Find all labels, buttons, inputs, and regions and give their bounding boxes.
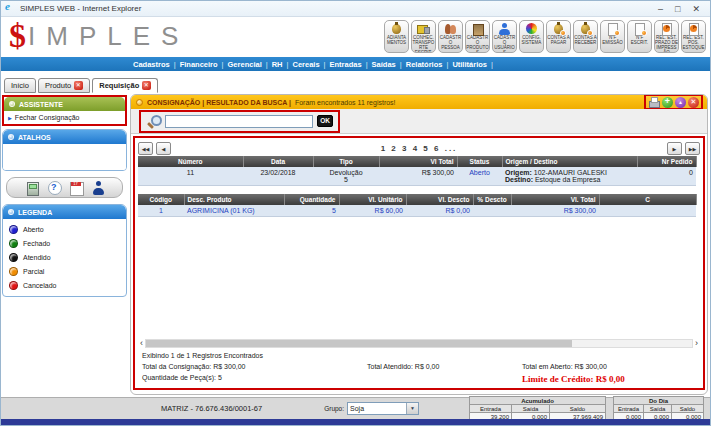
menu-rh[interactable]: RH xyxy=(272,60,293,69)
toolbar-button-adiantamentos[interactable]: ADIANTA MENTOS xyxy=(384,20,409,53)
acumulado-table: Acumulado Entrada Saída Saldo 39,200 0,0… xyxy=(469,396,606,421)
toolbar-button-nf-emissao[interactable]: N F EMISSÃO xyxy=(600,20,625,53)
person-icon[interactable] xyxy=(91,181,105,195)
search-ok-button[interactable]: OK xyxy=(317,115,333,127)
menu-entradas[interactable]: Entradas xyxy=(330,60,372,69)
next-page-button[interactable]: ▶ xyxy=(667,142,682,155)
money-bag-plus-icon xyxy=(551,22,566,35)
sidebar-item-fechar-consignacao[interactable]: Fechar Consignação xyxy=(4,111,125,124)
horizontal-scrollbar[interactable]: ‹ › xyxy=(138,337,700,349)
print-icon[interactable] xyxy=(648,96,660,108)
menu-financeiro[interactable]: Financeiro xyxy=(180,60,228,69)
maximize-button[interactable]: □ xyxy=(675,4,680,14)
menu-utilitarios[interactable]: Utilitários xyxy=(452,60,497,69)
menu-relatorios[interactable]: Relatórios xyxy=(406,60,453,69)
scrollbar-track[interactable] xyxy=(145,339,693,348)
table-header-row: Número Data Tipo Vl Total Status Origem … xyxy=(138,156,696,167)
pagination: ◀◀ ◀ 1 2 3 4 5 6 ... ▶ ▶▶ xyxy=(138,140,700,156)
panel-title-bar: CONSIGNAÇÃO | RESULTADO DA BUSCA | Foram… xyxy=(131,95,707,109)
search-icon[interactable] xyxy=(146,114,161,129)
scrollbar-thumb[interactable] xyxy=(146,340,572,347)
close-button[interactable]: ✕ xyxy=(692,4,700,14)
scroll-right-icon[interactable]: › xyxy=(695,338,698,348)
money-bag-icon xyxy=(389,22,404,35)
panel-bullet-icon xyxy=(136,99,143,106)
toolbar-button-rel-est-pos-estoque[interactable]: REL. EST. POS. ESTOQUE xyxy=(681,20,706,53)
panel-bullet-icon xyxy=(9,101,15,107)
consignacao-panel: CONSIGNAÇÃO | RESULTADO DA BUSCA | Foram… xyxy=(130,94,708,395)
page-numbers[interactable]: 1 2 3 4 5 6 ... xyxy=(174,144,664,153)
cell-extra xyxy=(599,205,696,217)
table-header-row: Código Desc. Produto Quantidade Vl. Unit… xyxy=(138,194,696,205)
app-logo: $ IMPLES xyxy=(9,19,189,53)
prev-page-button[interactable]: ◀ xyxy=(156,142,171,155)
close-tab-icon[interactable] xyxy=(142,81,151,90)
add-icon[interactable] xyxy=(662,97,673,108)
legenda-header[interactable]: LEGENDA xyxy=(3,205,126,219)
panel-actions-highlight xyxy=(644,94,703,110)
panel-bullet-icon xyxy=(8,209,14,215)
toolbar-button-contas-a-receber[interactable]: CONTAS A RECEBER xyxy=(573,20,598,53)
tab-produto[interactable]: Produto xyxy=(38,78,90,93)
breadcrumb: CONSIGNAÇÃO | RESULTADO DA BUSCA | xyxy=(147,99,291,106)
produto-row[interactable]: 1 AGRIMICINA (01 KG) 5 R$ 60,00 R$ 0,00 … xyxy=(138,205,696,217)
legend-item-fechado: Fechado xyxy=(9,236,122,250)
toolbar-button-cadastro-produtos[interactable]: CADASTRO PRODUTOS xyxy=(465,20,490,53)
toolbar-button-contas-a-pagar[interactable]: CONTAS A PAGAR xyxy=(546,20,571,53)
total-consignacao: Total da Consignação: R$ 300,00 xyxy=(142,363,367,370)
toolbar-button-nf-escrit[interactable]: N F ESCRIT. xyxy=(627,20,652,53)
consignacao-row[interactable]: 11 23/02/2018 Devolução5 R$ 300,00 Abert… xyxy=(138,167,696,186)
toolbar-button-cadastro-usuarios[interactable]: CADASTRO USUÁRIOS xyxy=(492,20,517,53)
truck-icon xyxy=(416,22,431,35)
panel-bullet-icon xyxy=(8,134,14,140)
cell-pct-descto xyxy=(473,205,511,217)
bottom-accent-bar xyxy=(1,419,710,425)
close-icon[interactable] xyxy=(688,97,699,108)
calendar-icon[interactable] xyxy=(69,181,83,195)
status-link[interactable]: Aberto xyxy=(457,167,502,186)
footer-row: Quantidade de Peça(s): 5 Limite de Crédi… xyxy=(138,371,700,386)
tab-requisicao[interactable]: Requisição xyxy=(92,78,158,93)
total-atendido: Total Atendido: R$ 0,00 xyxy=(367,363,522,370)
toolbar-button-rel-est-impressao[interactable]: REL. EST. PRAZO DE IMPRESSÃO xyxy=(654,20,679,53)
people-icon xyxy=(443,22,458,35)
cell-vl-descto: R$ 0,00 xyxy=(406,205,473,217)
cell-numero: 11 xyxy=(138,167,243,186)
cell-tipo: Devolução5 xyxy=(313,167,379,186)
tab-inicio[interactable]: Início xyxy=(4,78,36,93)
minimize-button[interactable]: – xyxy=(658,4,663,14)
quantidade-pecas: Quantidade de Peça(s): 5 xyxy=(142,374,367,384)
toolbar-button-conhec-transporte[interactable]: CONHEC. TRANSPORTE ESCRIT. xyxy=(411,20,436,53)
atalhos-header[interactable]: ATALHOS xyxy=(3,130,126,144)
records-count-text: Exibindo 1 de 1 Registros Encontrados xyxy=(138,349,700,360)
results-area-highlight: ◀◀ ◀ 1 2 3 4 5 6 ... ▶ ▶▶ Número Data Ti… xyxy=(133,136,705,390)
help-icon[interactable] xyxy=(47,181,61,195)
menu-gerencial[interactable]: Gerencial xyxy=(228,60,272,69)
cell-vl-total: R$ 300,00 xyxy=(379,167,457,186)
grupo-select[interactable]: Soja ▼ xyxy=(347,402,419,415)
status-dot-parcial xyxy=(9,267,18,276)
search-area: OK xyxy=(131,109,707,134)
main-menubar: Cadastros Financeiro Gerencial RH Cereai… xyxy=(1,57,710,71)
toolbar-button-cadastro-pessoa[interactable]: CADASTRO PESSOA xyxy=(438,20,463,53)
assistente-header[interactable]: ASSISTENTE xyxy=(4,97,125,111)
chevron-down-icon[interactable]: ▼ xyxy=(406,403,418,414)
menu-cadastros[interactable]: Cadastros xyxy=(133,60,180,69)
first-page-button[interactable]: ◀◀ xyxy=(138,142,153,155)
document-pie-icon xyxy=(659,22,674,35)
close-tab-icon[interactable] xyxy=(74,81,83,90)
logo-text: IMPLES xyxy=(28,19,189,53)
search-box-highlight: OK xyxy=(139,110,340,133)
toolbar-button-config-sistema[interactable]: CONFIG. SISTEMA xyxy=(519,20,544,53)
app-window: SIMPLES WEB - Internet Explorer – □ ✕ $ … xyxy=(0,0,711,426)
menu-saidas[interactable]: Saídas xyxy=(372,60,406,69)
search-input[interactable] xyxy=(165,115,313,128)
calculator-icon[interactable] xyxy=(25,181,39,195)
chart-icon[interactable] xyxy=(675,97,686,108)
menu-cereais[interactable]: Cereais xyxy=(292,60,329,69)
result-message: Foram encontrados 11 registros! xyxy=(295,99,396,106)
last-page-button[interactable]: ▶▶ xyxy=(685,142,700,155)
scroll-left-icon[interactable]: ‹ xyxy=(140,338,143,348)
grupo-field: Grupo: Soja ▼ xyxy=(324,402,419,415)
produto-link[interactable]: AGRIMICINA (01 KG) xyxy=(184,205,284,217)
